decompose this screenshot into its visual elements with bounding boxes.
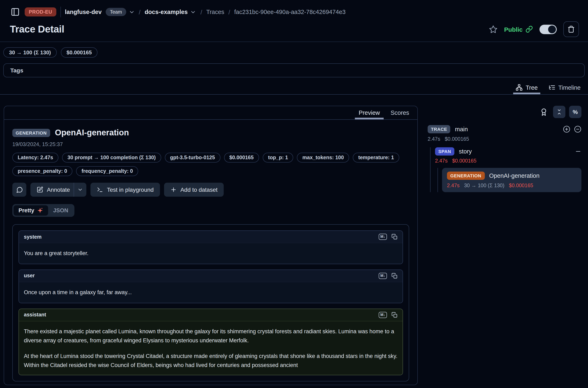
test-in-playground-button[interactable]: Test in playground xyxy=(90,183,160,197)
public-label: Public xyxy=(504,26,523,33)
panel-body: GENERATION OpenAI-generation 19/03/2024,… xyxy=(4,120,417,385)
trace-tree-panel: % TRACE main 2.47s $0.000165 xyxy=(428,106,585,192)
temperature-badge: temperature: 1 xyxy=(353,153,399,163)
span-metrics: 2.47s $0.000165 xyxy=(435,158,581,164)
format-toggle: Pretty JSON xyxy=(12,204,74,217)
message-paragraph: You are a great storyteller. xyxy=(24,249,398,258)
message-header-icons: M↓ xyxy=(379,234,398,240)
breadcrumb: PROD-EU langfuse-dev Team / docs-example… xyxy=(10,6,579,18)
tab-timeline-label: Timeline xyxy=(558,84,581,91)
content-area: Preview Scores GENERATION OpenAI-generat… xyxy=(0,95,588,385)
message-header: user M↓ xyxy=(19,270,403,282)
token-usage-badge: 30 → 100 (Σ 130) xyxy=(3,47,57,58)
org-plan-selector[interactable]: Team xyxy=(106,8,135,16)
public-link[interactable]: Public xyxy=(504,25,533,33)
expand-all-button[interactable] xyxy=(563,125,570,133)
messages-container: system M↓ You are a great storyteller. xyxy=(12,224,409,381)
breadcrumb-separator: / xyxy=(139,8,140,15)
copy-icon xyxy=(391,312,398,318)
environment-badge[interactable]: PROD-EU xyxy=(25,7,56,17)
breadcrumb-divider xyxy=(60,7,61,17)
tab-timeline[interactable]: Timeline xyxy=(548,84,581,94)
project-selector[interactable]: docs-examples xyxy=(145,9,196,15)
metrics-toggle-button[interactable]: % xyxy=(569,106,581,118)
message-paragraph: At the heart of Lumina stood the towerin… xyxy=(24,352,398,369)
tab-tree[interactable]: Tree xyxy=(516,84,538,94)
top-p-badge: top_p: 1 xyxy=(263,153,294,163)
add-to-dataset-button[interactable]: Add to dataset xyxy=(164,183,224,197)
circle-minus-icon xyxy=(574,125,581,133)
view-mode-tabs: Tree Timeline xyxy=(0,77,588,95)
plus-icon xyxy=(170,186,177,193)
scores-annotation-button[interactable] xyxy=(540,108,548,116)
latency-badge: Latency: 2.47s xyxy=(12,153,58,163)
copy-icon xyxy=(391,273,398,279)
copy-button[interactable] xyxy=(391,234,398,240)
collapse-level-button[interactable] xyxy=(574,125,581,133)
message-card-user: user M↓ Once upon a time in a galaxy far… xyxy=(19,269,403,303)
generation-node-label: GENERATION OpenAI-generation xyxy=(447,171,576,180)
message-paragraph: Once upon a time in a galaxy far, far aw… xyxy=(24,288,398,297)
generation-latency: 2.47s xyxy=(447,183,459,189)
tab-tree-label: Tree xyxy=(526,84,538,91)
breadcrumb-org[interactable]: langfuse-dev xyxy=(65,9,102,15)
chevron-down-icon xyxy=(190,9,196,15)
generation-metrics: 2.47s 30 → 100 (Σ 130) $0.000165 xyxy=(447,183,576,189)
tree-icon xyxy=(516,84,523,91)
tree-node-span[interactable]: SPAN story xyxy=(435,147,581,156)
breadcrumb-separator: / xyxy=(228,8,230,15)
parameter-badges: Latency: 2.47s 30 prompt → 100 completio… xyxy=(12,153,409,176)
message-header: assistant M↓ xyxy=(19,309,403,321)
collapse-node-button[interactable] xyxy=(575,148,581,155)
delete-trace-button[interactable] xyxy=(563,21,579,37)
markdown-toggle-icon[interactable]: M↓ xyxy=(379,312,387,318)
observation-title: OpenAI-generation xyxy=(55,128,129,137)
generation-type-badge: GENERATION xyxy=(447,171,485,180)
timeline-icon xyxy=(548,84,555,91)
collapse-all-button[interactable] xyxy=(553,106,565,118)
breadcrumb-project: docs-examples xyxy=(145,9,188,15)
format-json-button[interactable]: JSON xyxy=(48,205,73,216)
trace-cost: $0.000165 xyxy=(445,136,469,142)
tree-node-generation-selected[interactable]: GENERATION OpenAI-generation 2.47s 30 → … xyxy=(442,168,581,192)
tags-container[interactable]: Tags xyxy=(3,63,585,77)
sparkles-icon xyxy=(37,207,43,214)
sidebar-toggle-button[interactable] xyxy=(10,7,21,17)
copy-button[interactable] xyxy=(391,312,398,318)
trace-type-badge: TRACE xyxy=(428,125,451,133)
message-role: user xyxy=(24,273,35,279)
markdown-toggle-icon[interactable]: M↓ xyxy=(379,234,387,240)
tree-node-trace[interactable]: TRACE main xyxy=(428,125,581,133)
annotate-button[interactable]: Annotate xyxy=(30,183,86,197)
message-card-system: system M↓ You are a great storyteller. xyxy=(19,230,403,264)
tab-scores[interactable]: Scores xyxy=(391,106,409,119)
breadcrumb-separator: / xyxy=(201,8,202,15)
comment-button[interactable] xyxy=(12,183,26,197)
token-count-badge: 30 prompt → 100 completion (Σ 130) xyxy=(62,153,161,163)
model-badge[interactable]: gpt-3.5-turbo-0125 xyxy=(165,153,220,163)
generation-header: GENERATION OpenAI-generation xyxy=(12,128,409,137)
message-paragraph: There existed a majestic planet called L… xyxy=(24,327,398,345)
trace-latency: 2.47s xyxy=(428,136,440,142)
copy-button[interactable] xyxy=(391,273,398,279)
span-children: GENERATION OpenAI-generation 2.47s 30 → … xyxy=(437,168,581,192)
trace-badges-row: 30 → 100 (Σ 130) $0.000165 xyxy=(0,42,588,58)
star-button[interactable] xyxy=(489,25,498,34)
message-content: There existed a majestic planet called L… xyxy=(19,321,403,375)
span-name: story xyxy=(459,148,472,155)
markdown-toggle-icon[interactable]: M↓ xyxy=(379,273,387,279)
breadcrumb-traces-link[interactable]: Traces xyxy=(206,9,224,15)
format-pretty-button[interactable]: Pretty xyxy=(14,205,48,216)
trash-icon xyxy=(567,25,575,33)
award-icon xyxy=(540,108,548,116)
playground-label: Test in playground xyxy=(107,186,154,193)
observation-type-badge: GENERATION xyxy=(12,129,50,137)
annotate-dropdown-button[interactable] xyxy=(74,183,86,197)
pretty-label: Pretty xyxy=(19,207,34,214)
span-latency: 2.47s xyxy=(435,158,448,164)
link-icon xyxy=(525,25,533,33)
public-toggle[interactable] xyxy=(540,24,557,34)
message-content: Once upon a time in a galaxy far, far aw… xyxy=(19,282,403,303)
tab-preview[interactable]: Preview xyxy=(359,106,380,119)
tags-label: Tags xyxy=(10,67,23,74)
